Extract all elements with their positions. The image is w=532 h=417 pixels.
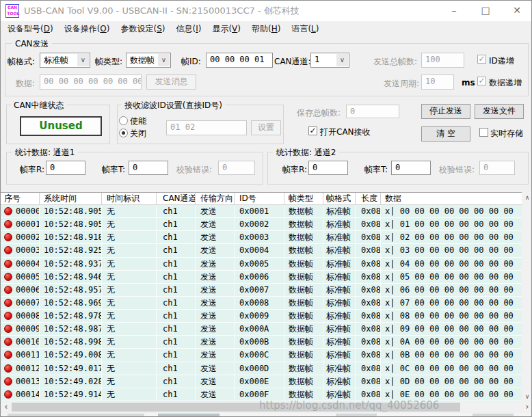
close-icon[interactable]: ✕ xyxy=(501,1,532,21)
menu-device-operation[interactable]: 设备操作(O) xyxy=(59,21,116,36)
check-err2-input[interactable]: 0 xyxy=(479,161,515,175)
col-header-frame-format[interactable]: 帧格式 xyxy=(323,193,356,204)
frame-type-label: 帧类型: xyxy=(95,56,122,68)
can-send-group-label: CAN发送 xyxy=(12,38,52,50)
table-row[interactable]: 00007 10:52:48.969 无 ch1 发送 0x0008 数据帧 标… xyxy=(1,297,522,310)
menu-help[interactable]: 帮助(H) xyxy=(246,21,286,36)
rate-r2-label: 帧率R: xyxy=(282,164,307,176)
rate-t2-label: 帧率T: xyxy=(364,164,388,176)
filter-id-input[interactable]: 01 02 xyxy=(166,120,247,135)
record-dot-icon xyxy=(4,299,12,307)
menu-device-model[interactable]: 设备型号(D) xyxy=(2,21,59,36)
send-message-button[interactable]: 发送消息 xyxy=(146,75,196,90)
rate-t2-input[interactable]: 0 xyxy=(391,161,431,175)
table-row[interactable]: 00001 10:52:48.905 无 ch1 发送 0x0002 数据帧 标… xyxy=(1,218,522,231)
table-row[interactable]: 00004 10:52:48.937 无 ch1 发送 0x0005 数据帧 标… xyxy=(1,258,522,271)
table-row[interactable]: 00005 10:52:48.946 无 ch1 发送 0x0006 数据帧 标… xyxy=(1,271,522,284)
record-dot-icon xyxy=(4,351,12,359)
record-dot-icon xyxy=(4,286,12,294)
total-frames-input[interactable]: 100 xyxy=(421,53,464,68)
table-header: 序号 系统时间 时间标识 CAN通道 传输方向 ID号 帧类型 帧格式 长度 数… xyxy=(1,192,522,205)
table-row[interactable]: 00012 10:52:49.017 无 ch1 发送 0x000D 数据帧 标… xyxy=(1,362,522,375)
open-can-receive-checkbox[interactable]: ✓ xyxy=(308,126,317,135)
col-header-time-flag[interactable]: 时间标识 xyxy=(102,193,157,204)
rate-r2-input[interactable]: 0 xyxy=(308,161,348,175)
total-frames-label: 发送总帧数: xyxy=(373,56,417,68)
frame-id-input[interactable]: 00 00 00 01 xyxy=(206,53,273,68)
can-channel-select[interactable]: 1 ∨ xyxy=(310,53,349,68)
stop-send-button[interactable]: 停止发送 xyxy=(421,104,470,119)
chevron-down-icon[interactable]: ∨ xyxy=(336,54,348,66)
table-row[interactable]: 00002 10:52:48.918 无 ch1 发送 0x0003 数据帧 标… xyxy=(1,231,522,244)
scroll-down-icon[interactable]: ∨ xyxy=(522,391,532,402)
realtime-store-checkbox[interactable] xyxy=(479,128,488,137)
menu-bar: 设备型号(D) 设备操作(O) 参数设定(S) 信息(I) 显示(V) 帮助(H… xyxy=(1,21,532,36)
vertical-scrollbar[interactable]: ∧ ∨ xyxy=(522,192,532,402)
col-header-data[interactable]: 数据 xyxy=(381,193,522,204)
record-dot-icon xyxy=(4,233,12,241)
open-can-receive-label: 打开CAN接收 xyxy=(320,126,371,138)
table-row[interactable]: 00003 10:52:48.925 无 ch1 发送 0x0004 数据帧 标… xyxy=(1,244,522,257)
stats-channel2-label: 统计数据: 通道2 xyxy=(274,147,339,159)
col-header-id[interactable]: ID号 xyxy=(235,193,284,204)
radio-dot-icon xyxy=(122,131,125,135)
clear-button[interactable]: 清 空 xyxy=(421,126,470,142)
filter-set-button[interactable]: 设置 xyxy=(251,120,281,135)
minimize-icon[interactable]: – xyxy=(438,1,470,21)
col-header-seq[interactable]: 序号 xyxy=(1,193,40,204)
maximize-icon[interactable]: □ xyxy=(470,1,501,21)
table-row[interactable]: 00011 10:52:49.008 无 ch1 发送 0x000C 数据帧 标… xyxy=(1,349,522,362)
col-header-length[interactable]: 长度 xyxy=(356,193,381,204)
data-increment-checkbox[interactable]: ✓ xyxy=(477,77,486,85)
send-period-label: 发送周期: xyxy=(384,78,419,90)
app-icon: CAN TOOL xyxy=(5,4,19,18)
send-file-button[interactable]: 发送文件 xyxy=(475,104,524,119)
record-dot-icon xyxy=(4,390,12,399)
col-header-direction[interactable]: 传输方向 xyxy=(196,193,235,204)
rate-t1-input[interactable]: 0 xyxy=(129,161,168,175)
menu-info[interactable]: 信息(I) xyxy=(170,21,207,36)
frame-format-label: 帧格式: xyxy=(8,56,35,68)
table-row[interactable]: 00009 10:52:48.987 无 ch1 发送 0x000A 数据帧 标… xyxy=(1,323,522,336)
record-dot-icon xyxy=(4,220,12,228)
record-dot-icon xyxy=(4,364,12,373)
filter-enable-label: 使能 xyxy=(130,116,146,127)
col-header-can-channel[interactable]: CAN通道 xyxy=(157,193,196,204)
chevron-down-icon[interactable]: ∨ xyxy=(158,54,170,66)
menu-language[interactable]: 语言(L) xyxy=(286,21,324,36)
menu-parameter-setting[interactable]: 参数设定(S) xyxy=(115,21,170,36)
title-bar: CAN TOOL USB-CAN Tool V9.00 - USBCAN-II … xyxy=(1,1,531,21)
table-row[interactable]: 00008 10:52:48.978 无 ch1 发送 0x0009 数据帧 标… xyxy=(1,310,522,323)
chevron-down-icon[interactable]: ∨ xyxy=(77,54,89,66)
screen-edge-artifact xyxy=(8,414,144,416)
receive-filter-group-label: 接收滤波ID设置(直接ID号) xyxy=(122,100,225,111)
save-total-input[interactable]: 0 xyxy=(346,105,399,118)
screen-edge-artifact xyxy=(336,414,377,416)
record-dot-icon xyxy=(4,312,12,320)
data-input[interactable]: 00 00 00 00 00 00 00 00 xyxy=(40,75,142,90)
data-increment-label: 数据递增 xyxy=(489,77,522,89)
usb-can-tool-window: CAN TOOL USB-CAN Tool V9.00 - USBCAN-II … xyxy=(0,0,532,417)
id-increment-checkbox[interactable]: ✓ xyxy=(477,55,486,64)
save-total-label: 保存总帧数: xyxy=(297,107,341,119)
record-dot-icon xyxy=(4,377,12,386)
frame-format-select[interactable]: 标准帧 ∨ xyxy=(40,53,90,68)
scroll-up-icon[interactable]: ∧ xyxy=(522,192,532,203)
filter-close-label: 关闭 xyxy=(130,128,146,139)
menu-display[interactable]: 显示(V) xyxy=(207,21,246,36)
record-dot-icon xyxy=(4,207,12,215)
filter-enable-radio[interactable] xyxy=(119,116,128,125)
table-row[interactable]: 00013 10:52:49.028 无 ch1 发送 0x000E 数据帧 标… xyxy=(1,375,522,388)
col-header-system-time[interactable]: 系统时间 xyxy=(40,193,102,204)
table-row[interactable]: 00006 10:52:48.957 无 ch1 发送 0x0007 数据帧 标… xyxy=(1,284,522,297)
table-row[interactable]: 00000 10:52:48.905 无 ch1 发送 0x0001 数据帧 标… xyxy=(1,205,522,218)
scroll-left-icon[interactable]: ‹ xyxy=(1,402,12,412)
rate-r1-input[interactable]: 0 xyxy=(46,161,85,175)
table-row[interactable]: 00010 10:52:48.998 无 ch1 发送 0x000B 数据帧 标… xyxy=(1,336,522,349)
send-period-input[interactable]: 10 xyxy=(421,75,454,90)
col-header-frame-type[interactable]: 帧类型 xyxy=(284,193,323,204)
scroll-right-icon[interactable]: › xyxy=(522,402,532,412)
filter-close-radio[interactable] xyxy=(119,129,128,137)
frame-type-select[interactable]: 数据帧 ∨ xyxy=(126,53,171,68)
check-err1-input[interactable]: 0 xyxy=(218,161,255,175)
